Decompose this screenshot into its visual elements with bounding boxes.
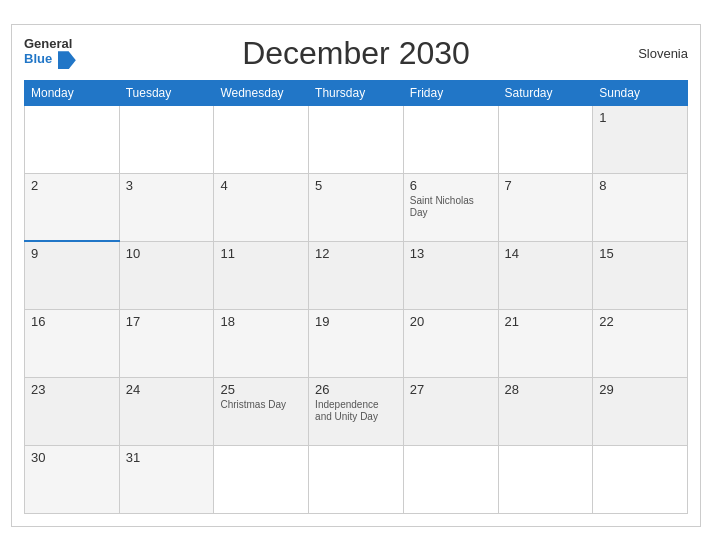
calendar-cell: 5 xyxy=(309,173,404,241)
day-number: 16 xyxy=(31,314,113,329)
country-label: Slovenia xyxy=(638,46,688,61)
weekday-header-tuesday: Tuesday xyxy=(119,80,214,105)
calendar-cell xyxy=(403,105,498,173)
calendar-cell: 3 xyxy=(119,173,214,241)
calendar-cell xyxy=(309,105,404,173)
calendar-cell: 20 xyxy=(403,309,498,377)
day-number: 4 xyxy=(220,178,302,193)
calendar-cell: 26Independence and Unity Day xyxy=(309,377,404,445)
calendar-cell: 28 xyxy=(498,377,593,445)
calendar-cell: 19 xyxy=(309,309,404,377)
calendar-cell xyxy=(119,105,214,173)
week-row-3: 16171819202122 xyxy=(25,309,688,377)
day-number: 29 xyxy=(599,382,681,397)
calendar-cell: 27 xyxy=(403,377,498,445)
calendar-cell: 22 xyxy=(593,309,688,377)
logo-icon xyxy=(58,51,76,69)
day-number: 30 xyxy=(31,450,113,465)
week-row-2: 9101112131415 xyxy=(25,241,688,309)
calendar-cell: 6Saint Nicholas Day xyxy=(403,173,498,241)
calendar-cell xyxy=(403,445,498,513)
event-text: Christmas Day xyxy=(220,399,302,411)
calendar-cell: 12 xyxy=(309,241,404,309)
calendar-title: December 2030 xyxy=(242,35,470,72)
weekday-header-sunday: Sunday xyxy=(593,80,688,105)
calendar-cell: 31 xyxy=(119,445,214,513)
week-row-5: 3031 xyxy=(25,445,688,513)
day-number: 7 xyxy=(505,178,587,193)
day-number: 11 xyxy=(220,246,302,261)
calendar-tbody: 123456Saint Nicholas Day7891011121314151… xyxy=(25,105,688,513)
calendar-grid: MondayTuesdayWednesdayThursdayFridaySatu… xyxy=(24,80,688,514)
weekday-header-monday: Monday xyxy=(25,80,120,105)
calendar-cell: 14 xyxy=(498,241,593,309)
calendar-cell: 1 xyxy=(593,105,688,173)
calendar-cell: 10 xyxy=(119,241,214,309)
logo-general-text: General xyxy=(24,37,76,51)
logo-blue-text: Blue xyxy=(24,51,76,69)
calendar-cell xyxy=(498,445,593,513)
day-number: 27 xyxy=(410,382,492,397)
calendar-cell: 2 xyxy=(25,173,120,241)
day-number: 10 xyxy=(126,246,208,261)
day-number: 9 xyxy=(31,246,113,261)
calendar-cell: 23 xyxy=(25,377,120,445)
day-number: 24 xyxy=(126,382,208,397)
calendar-cell xyxy=(25,105,120,173)
weekday-header-saturday: Saturday xyxy=(498,80,593,105)
calendar-cell: 17 xyxy=(119,309,214,377)
calendar-cell: 24 xyxy=(119,377,214,445)
calendar-cell: 30 xyxy=(25,445,120,513)
day-number: 2 xyxy=(31,178,113,193)
day-number: 13 xyxy=(410,246,492,261)
day-number: 3 xyxy=(126,178,208,193)
day-number: 5 xyxy=(315,178,397,193)
calendar-header: General Blue December 2030 Slovenia xyxy=(24,35,688,72)
day-number: 18 xyxy=(220,314,302,329)
day-number: 1 xyxy=(599,110,681,125)
calendar-cell: 9 xyxy=(25,241,120,309)
day-number: 28 xyxy=(505,382,587,397)
day-number: 31 xyxy=(126,450,208,465)
event-text: Saint Nicholas Day xyxy=(410,195,492,219)
weekday-header-thursday: Thursday xyxy=(309,80,404,105)
day-number: 23 xyxy=(31,382,113,397)
day-number: 6 xyxy=(410,178,492,193)
calendar-cell: 29 xyxy=(593,377,688,445)
weekday-header-friday: Friday xyxy=(403,80,498,105)
day-number: 8 xyxy=(599,178,681,193)
weekday-header-row: MondayTuesdayWednesdayThursdayFridaySatu… xyxy=(25,80,688,105)
day-number: 14 xyxy=(505,246,587,261)
day-number: 19 xyxy=(315,314,397,329)
logo: General Blue xyxy=(24,37,76,69)
calendar-cell: 13 xyxy=(403,241,498,309)
calendar-cell: 21 xyxy=(498,309,593,377)
calendar-container: General Blue December 2030 Slovenia Mond… xyxy=(11,24,701,527)
calendar-cell xyxy=(498,105,593,173)
calendar-cell: 15 xyxy=(593,241,688,309)
day-number: 21 xyxy=(505,314,587,329)
calendar-cell: 25Christmas Day xyxy=(214,377,309,445)
calendar-cell xyxy=(309,445,404,513)
day-number: 17 xyxy=(126,314,208,329)
calendar-cell: 8 xyxy=(593,173,688,241)
weekday-header-wednesday: Wednesday xyxy=(214,80,309,105)
day-number: 15 xyxy=(599,246,681,261)
calendar-thead: MondayTuesdayWednesdayThursdayFridaySatu… xyxy=(25,80,688,105)
day-number: 25 xyxy=(220,382,302,397)
calendar-cell: 4 xyxy=(214,173,309,241)
week-row-0: 1 xyxy=(25,105,688,173)
day-number: 26 xyxy=(315,382,397,397)
calendar-cell: 11 xyxy=(214,241,309,309)
calendar-cell: 16 xyxy=(25,309,120,377)
day-number: 20 xyxy=(410,314,492,329)
calendar-cell xyxy=(593,445,688,513)
week-row-1: 23456Saint Nicholas Day78 xyxy=(25,173,688,241)
day-number: 12 xyxy=(315,246,397,261)
week-row-4: 232425Christmas Day26Independence and Un… xyxy=(25,377,688,445)
day-number: 22 xyxy=(599,314,681,329)
calendar-cell xyxy=(214,445,309,513)
calendar-cell: 18 xyxy=(214,309,309,377)
calendar-cell xyxy=(214,105,309,173)
event-text: Independence and Unity Day xyxy=(315,399,397,423)
